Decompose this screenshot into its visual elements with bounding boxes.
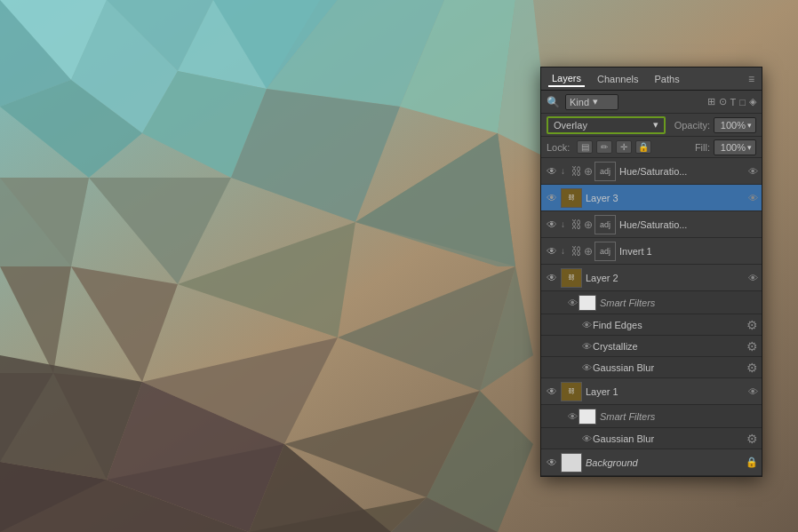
layer-row[interactable]: 👁 Smart Filters xyxy=(541,291,762,314)
layer-row[interactable]: 👁 Gaussian Blur ⚙ xyxy=(541,357,762,378)
visibility-icon[interactable]: 👁 xyxy=(545,385,559,399)
layer-row[interactable]: 👁 ⛓ Layer 3 👁 xyxy=(541,185,762,211)
layer-name: Hue/Saturatio... xyxy=(619,166,748,177)
layer-name: Layer 3 xyxy=(586,193,748,203)
layer-name: Crystallize xyxy=(593,341,745,352)
layer-row[interactable]: 👁 Background 🔒 xyxy=(541,449,762,476)
lock-label: Lock: xyxy=(547,142,570,153)
visibility-icon[interactable]: 👁 xyxy=(580,361,593,374)
visibility-icon[interactable]: 👁 xyxy=(545,271,559,285)
visibility-icon[interactable]: 👁 xyxy=(545,244,559,258)
opacity-label: Opacity: xyxy=(674,120,710,131)
visibility-icon[interactable]: 👁 xyxy=(580,319,593,331)
layer-thumbnail xyxy=(579,409,596,425)
blend-opacity-row: Overlay ▾ Opacity: 100% ▾ xyxy=(541,114,762,137)
layer-row[interactable]: 👁 Find Edges ⚙ xyxy=(541,314,762,336)
layer-row[interactable]: 👁 Smart Filters xyxy=(541,405,762,428)
filter-pixel-icon[interactable]: ⊞ xyxy=(707,96,715,107)
layer-name: Gaussian Blur xyxy=(593,433,745,444)
fill-label: Fill: xyxy=(695,142,710,153)
layer-thumbnail xyxy=(579,295,596,311)
panel-menu-icon[interactable]: ≡ xyxy=(748,73,754,85)
tab-layers[interactable]: Layers xyxy=(548,71,585,87)
panel-body: 👁 ↓ ⛓ ⊕ adj Hue/Saturatio... 👁 👁 ⛓ Layer… xyxy=(541,158,762,476)
layer-row[interactable]: 👁 Crystallize ⚙ xyxy=(541,336,762,357)
visibility-icon[interactable]: 👁 xyxy=(545,218,559,232)
tab-channels[interactable]: Channels xyxy=(594,72,642,86)
visibility-icon[interactable]: 👁 xyxy=(566,410,579,423)
visibility-icon[interactable]: 👁 xyxy=(545,456,559,470)
badge-eye-icon[interactable]: 👁 xyxy=(748,166,758,177)
arrow-icon[interactable]: ↓ xyxy=(561,219,571,229)
visibility-icon[interactable]: 👁 xyxy=(566,297,579,309)
chain-icon: ⛓ xyxy=(571,245,582,258)
kind-select[interactable]: Kind ▾ xyxy=(565,94,618,110)
arrow-icon[interactable]: ↓ xyxy=(561,246,571,256)
tab-paths[interactable]: Paths xyxy=(651,72,683,86)
layer-badges: 👁 xyxy=(748,386,758,397)
filter-smart-icon[interactable]: ◈ xyxy=(749,96,756,107)
chain-icon: ⛓ xyxy=(571,218,582,231)
layer-badges: 👁 xyxy=(748,273,758,283)
layer-row[interactable]: 👁 ↓ ⛓ ⊕ adj Hue/Saturatio... 👁 xyxy=(541,158,762,185)
layer-name: Gaussian Blur xyxy=(593,362,745,373)
layers-list: 👁 ↓ ⛓ ⊕ adj Hue/Saturatio... 👁 👁 ⛓ Layer… xyxy=(541,158,762,476)
fx-icon: ⊕ xyxy=(584,218,593,231)
layer-thumbnail: adj xyxy=(595,162,616,181)
visibility-icon[interactable]: 👁 xyxy=(545,191,559,205)
layer-name: Invert 1 xyxy=(619,246,758,257)
arrow-icon[interactable]: ↓ xyxy=(561,166,571,176)
layer-badges: 🔒 xyxy=(746,457,758,468)
filter-options-icon[interactable]: ⚙ xyxy=(746,361,758,375)
badge-eye-icon[interactable]: 👁 xyxy=(748,193,758,203)
layer-thumbnail: adj xyxy=(595,215,616,234)
layer-name: Smart Filters xyxy=(600,298,758,308)
layer-row[interactable]: 👁 Gaussian Blur ⚙ xyxy=(541,428,762,449)
layer-thumbnail: ⛓ xyxy=(561,268,582,288)
layer-row[interactable]: 👁 ↓ ⛓ ⊕ adj Invert 1 xyxy=(541,238,762,265)
layer-name: Background xyxy=(586,457,746,468)
visibility-icon[interactable]: 👁 xyxy=(580,433,593,445)
fx-icon: ⊕ xyxy=(584,165,593,178)
filter-type-icon[interactable]: T xyxy=(730,97,737,107)
layer-name: Find Edges xyxy=(593,320,745,330)
layer-name: Hue/Saturatio... xyxy=(619,219,758,230)
visibility-icon[interactable]: 👁 xyxy=(545,164,559,179)
layers-panel: Layers Channels Paths ≡ 🔍 Kind ▾ ⊞ ⊙ T □… xyxy=(540,67,762,477)
panel-header: Layers Channels Paths ≡ xyxy=(541,67,762,91)
layer-thumbnail xyxy=(561,453,582,472)
lock-image-button[interactable]: ✏ xyxy=(596,140,612,154)
visibility-icon[interactable]: 👁 xyxy=(580,340,593,353)
filter-options-icon[interactable]: ⚙ xyxy=(746,339,758,353)
lock-pixel-button[interactable]: ▤ xyxy=(577,140,593,154)
filter-options-icon[interactable]: ⚙ xyxy=(746,318,758,332)
blend-mode-select[interactable]: Overlay ▾ xyxy=(547,116,666,134)
layer-row[interactable]: 👁 ⛓ Layer 1 👁 xyxy=(541,378,762,405)
layer-thumbnail: ⛓ xyxy=(561,382,582,401)
badge-eye-icon[interactable]: 👁 xyxy=(748,273,758,283)
opacity-input[interactable]: 100% ▾ xyxy=(714,117,756,133)
fill-input[interactable]: 100% ▾ xyxy=(714,139,756,155)
layer-row[interactable]: 👁 ↓ ⛓ ⊕ adj Hue/Saturatio... xyxy=(541,211,762,238)
chain-icon: ⛓ xyxy=(571,165,582,178)
layer-name: Layer 1 xyxy=(586,386,748,397)
filter-search-icon: 🔍 xyxy=(547,96,560,108)
filter-adjust-icon[interactable]: ⊙ xyxy=(719,96,727,107)
layer-badges: 👁 xyxy=(748,193,758,203)
layer-name: Smart Filters xyxy=(600,411,758,422)
filter-icons: ⊞ ⊙ T □ ◈ xyxy=(707,96,756,107)
lock-fill-row: Lock: ▤ ✏ ✛ 🔒 Fill: 100% ▾ xyxy=(541,137,762,158)
filter-bar: 🔍 Kind ▾ ⊞ ⊙ T □ ◈ xyxy=(541,91,762,114)
filter-options-icon[interactable]: ⚙ xyxy=(746,432,758,446)
lock-position-button[interactable]: ✛ xyxy=(616,140,632,154)
layer-row[interactable]: 👁 ⛓ Layer 2 👁 xyxy=(541,265,762,291)
fx-icon: ⊕ xyxy=(584,245,593,258)
layer-badges: 👁 xyxy=(748,166,758,177)
layer-name: Layer 2 xyxy=(586,273,748,283)
badge-eye-icon[interactable]: 👁 xyxy=(748,386,758,397)
lock-all-button[interactable]: 🔒 xyxy=(635,140,651,154)
filter-shape-icon[interactable]: □ xyxy=(739,97,746,107)
layer-thumbnail: adj xyxy=(595,242,616,261)
layer-thumbnail: ⛓ xyxy=(561,188,582,208)
lock-badge-icon: 🔒 xyxy=(746,457,758,468)
